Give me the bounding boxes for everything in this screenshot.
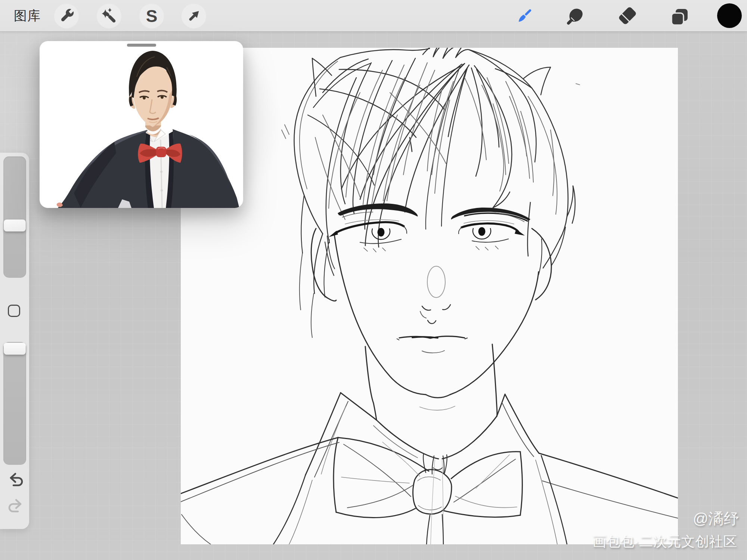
svg-text:S: S <box>146 6 158 26</box>
